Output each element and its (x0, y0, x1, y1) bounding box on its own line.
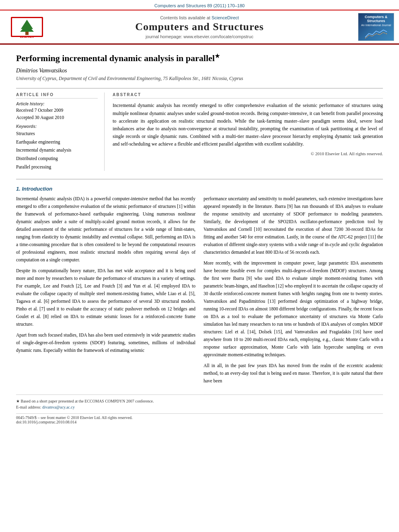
intro-para-5: More recently, with the improvement in c… (204, 259, 383, 359)
cover-subtitle: An International Journal (361, 24, 391, 27)
intro-para-3: Apart from such focused studies, IDA has… (16, 331, 195, 354)
accepted-date: Accepted 30 August 2010 (16, 114, 98, 121)
journal-header: Computers and Structures 89 (2011) 170–1… (0, 0, 399, 10)
svg-rect-4 (25, 32, 29, 35)
body-column-right: performance uncertainty and sensitivity … (204, 195, 383, 388)
abstract-panel: Abstract Incremental dynamic analysis ha… (113, 92, 383, 171)
keyword-3: Incremental dynamic analysis (16, 146, 98, 154)
header-center: Contents lists available at ScienceDirec… (49, 15, 350, 39)
journal-cover-right: Computers & Structures An International … (350, 13, 394, 41)
footer-issn: 0045-7949/$ – see front matter © 2010 El… (16, 415, 383, 420)
title-star: ★ (215, 53, 220, 59)
journal-url: journal homepage: www.elsevier.com/locat… (49, 34, 350, 39)
article-info-heading: Article Info (16, 92, 98, 99)
contents-line: Contents lists available at ScienceDirec… (49, 15, 350, 20)
keyword-4: Distributed computing (16, 154, 98, 163)
journal-name-header: Computers and Structures (49, 21, 350, 33)
intro-para-1: Incremental dynamic analysis (IDA) is a … (16, 195, 195, 264)
cover-chart-icon (362, 28, 390, 39)
abstract-heading: Abstract (113, 92, 383, 99)
keyword-2: Earthquake engineering (16, 138, 98, 146)
body-columns: Incremental dynamic analysis (IDA) is a … (16, 195, 383, 388)
keywords-list: Structures Earthquake engineering Increm… (16, 129, 98, 171)
author-name: Dimitrios Vamvatsikos (16, 68, 383, 74)
journal-ref: Computers and Structures 89 (2011) 170–1… (0, 3, 399, 8)
copyright-text: © 2010 Elsevier Ltd. All rights reserved… (113, 151, 383, 156)
intro-para-2: Despite its computationally heavy nature… (16, 267, 195, 328)
header-band: ELSEVIER Contents lists available at Sci… (0, 10, 399, 45)
footnote-section: ★ Based on a short paper presented at th… (16, 394, 383, 410)
article-meta: Article Info Article history: Received 7… (16, 88, 383, 171)
history-label: Article history: (16, 102, 98, 106)
footnote-email: divamva@ucy.ac.cy (42, 405, 75, 409)
journal-cover-image: Computers & Structures An International … (358, 13, 394, 41)
keyword-5: Parallel processing (16, 163, 98, 171)
elsevier-logo-left: ELSEVIER (5, 15, 49, 39)
keyword-1: Structures (16, 129, 98, 138)
page-footer: 0045-7949/$ – see front matter © 2010 El… (16, 413, 383, 424)
received-date: Received 7 October 2009 (16, 107, 98, 114)
abstract-text: Incremental dynamic analysis has recentl… (113, 102, 383, 148)
article-title: Performing incremental dynamic analysis … (16, 53, 383, 64)
section-divider (16, 179, 383, 179)
svg-text:ELSEVIER: ELSEVIER (20, 35, 34, 38)
footnote-text: ★ Based on a short paper presented at th… (16, 398, 383, 410)
elsevier-logo-icon: ELSEVIER (9, 15, 45, 39)
keywords-label: Keywords: (16, 124, 98, 129)
author-affiliation: University of Cyprus, Department of Civi… (16, 76, 383, 82)
body-column-left: Incremental dynamic analysis (IDA) is a … (16, 195, 195, 388)
article-info-panel: Article Info Article history: Received 7… (16, 92, 105, 171)
intro-section-title: 1. Introduction (16, 186, 383, 192)
cover-title: Computers & Structures (360, 15, 392, 23)
intro-para-6: All in all, in the past few years IDA ha… (204, 362, 383, 385)
intro-para-4: performance uncertainty and sensitivity … (204, 195, 383, 256)
main-content: Performing incremental dynamic analysis … (0, 45, 399, 432)
footer-doi: doi:10.1016/j.compstruc.2010.08.014 (16, 420, 383, 424)
